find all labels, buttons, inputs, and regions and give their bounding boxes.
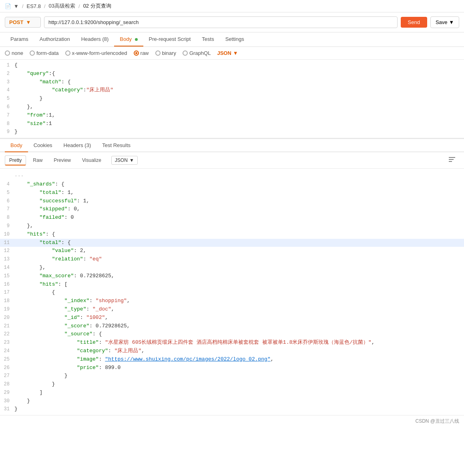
fmt-raw[interactable]: Raw (28, 155, 47, 165)
radio-raw[interactable]: raw (134, 50, 149, 56)
radio-circle-raw (134, 50, 139, 56)
method-label: POST (9, 19, 23, 25)
radio-circle-form-data (30, 50, 35, 56)
resp-line-25: 25 "image": "https://www.shuixing.com/pc… (0, 355, 464, 364)
resp-tab-test-results[interactable]: Test Results (96, 139, 136, 152)
separator: / (44, 3, 46, 9)
resp-line-6: 6 "successful": 1, (0, 197, 464, 206)
radio-circle-x-www (65, 50, 70, 56)
image-link[interactable]: "https://www.shuixing.com/pc/images/2022… (105, 356, 270, 362)
code-line-5: 5 } (0, 95, 464, 103)
tab-body[interactable]: Body (114, 32, 143, 46)
radio-x-www[interactable]: x-www-form-urlencoded (65, 50, 127, 56)
radio-circle-none (5, 50, 10, 56)
path-current[interactable]: 02 分页查询 (83, 2, 111, 10)
resp-line-5: 5 "total": 1, (0, 189, 464, 197)
radio-graphql[interactable]: GraphQL (183, 50, 211, 56)
method-chevron-icon: ▼ (26, 19, 31, 25)
separator: / (22, 3, 24, 9)
tab-params[interactable]: Params (5, 32, 34, 46)
radio-none[interactable]: none (5, 50, 23, 56)
resp-line-28: 28 } (0, 380, 464, 389)
resp-line-15: 15 "max_score": 0.72928625, (0, 272, 464, 280)
json-chevron-icon: ▼ (233, 50, 238, 56)
file-icon: 📄 (5, 3, 11, 9)
body-options: none form-data x-www-form-urlencoded raw… (0, 47, 464, 60)
code-line-9: 9 } (0, 128, 464, 136)
fmt-visualize[interactable]: Visualize (78, 155, 106, 165)
resp-line-19: 19 "_type": "_doc", (0, 305, 464, 314)
tab-headers[interactable]: Headers (8) (76, 32, 114, 46)
resp-line-17: 17 { (0, 288, 464, 297)
send-button[interactable]: Send (401, 17, 427, 28)
resp-line-18: 18 "_index": "shopping", (0, 297, 464, 305)
resp-tab-body[interactable]: Body (5, 139, 28, 152)
resp-tab-headers[interactable]: Headers (3) (58, 139, 97, 152)
resp-line-24: 24 "category": "床上用品", (0, 347, 464, 355)
method-selector[interactable]: POST ▼ (5, 17, 41, 28)
resp-line-30: 30 } (0, 397, 464, 405)
response-code: ... 4 "_shards": { 5 "total": 1, 6 "succ… (0, 169, 464, 415)
save-button[interactable]: Save ▼ (430, 16, 459, 28)
footer: CSDN @丑过三八线 (0, 415, 464, 427)
resp-line-12: 12 "value": 2, (0, 247, 464, 255)
ellipsis-top: ... (0, 170, 464, 180)
tab-authorization[interactable]: Authorization (34, 32, 76, 46)
request-code-editor[interactable]: 1 { 2 "query":{ 3 "match": { 4 "category… (0, 60, 464, 139)
url-input[interactable] (44, 16, 398, 28)
separator: / (78, 3, 80, 9)
json-type-selector[interactable]: JSON ▼ (217, 50, 238, 56)
path-es[interactable]: ES7.8 (27, 3, 41, 9)
resp-line-8: 8 "failed": 0 (0, 214, 464, 222)
code-line-4: 4 "category":"床上用品" (0, 86, 464, 95)
footer-text: CSDN @丑过三八线 (415, 418, 459, 425)
path-advanced[interactable]: 03高级检索 (49, 2, 75, 10)
tab-pre-request[interactable]: Pre-request Script (143, 32, 197, 46)
radio-circle-graphql (183, 50, 188, 56)
resp-line-23: 23 "title": "水星家纺 60S长绒棉贡缎床上四件套 酒店高档纯棉床单… (0, 339, 464, 347)
resp-line-9: 9 }, (0, 222, 464, 230)
resp-line-22: 22 "_source": { (0, 330, 464, 339)
sort-icon[interactable] (445, 155, 459, 166)
response-section: Body Cookies Headers (3) Test Results Pr… (0, 139, 464, 415)
resp-line-7: 7 "skipped": 0, (0, 205, 464, 214)
resp-line-31: 31 } (0, 405, 464, 413)
radio-binary[interactable]: binary (155, 50, 176, 56)
fmt-pretty[interactable]: Pretty (5, 155, 26, 165)
code-line-3: 3 "match": { (0, 78, 464, 87)
resp-line-16: 16 "hits": [ (0, 280, 464, 289)
resp-line-13: 13 "relation": "eq" (0, 255, 464, 264)
tab-settings[interactable]: Settings (220, 32, 250, 46)
resp-line-10: 10 "hits": { (0, 230, 464, 239)
resp-line-21: 21 "_score": 0.72928625, (0, 322, 464, 331)
radio-circle-binary (155, 50, 161, 56)
format-bar: Pretty Raw Preview Visualize JSON ▼ (0, 152, 464, 169)
resp-json-chevron-icon: ▼ (129, 157, 134, 163)
response-json-selector[interactable]: JSON ▼ (111, 156, 138, 165)
response-tabs: Body Cookies Headers (3) Test Results (0, 139, 464, 152)
top-bar: 📄 ▼ / ES7.8 / 03高级检索 / 02 分页查询 (0, 0, 464, 12)
resp-line-20: 20 "_id": "1002", (0, 314, 464, 322)
code-line-1: 1 { (0, 61, 464, 70)
resp-line-14: 14 }, (0, 264, 464, 272)
request-bar: POST ▼ Send Save ▼ (0, 12, 464, 32)
resp-line-4: 4 "_shards": { (0, 180, 464, 189)
request-tabs: Params Authorization Headers (8) Body Pr… (0, 32, 464, 47)
resp-line-27: 27 } (0, 372, 464, 380)
radio-form-data[interactable]: form-data (30, 50, 59, 56)
tab-tests[interactable]: Tests (196, 32, 219, 46)
code-line-2: 2 "query":{ (0, 70, 464, 78)
code-line-6: 6 }, (0, 103, 464, 111)
code-line-8: 8 "size":1 (0, 120, 464, 128)
dropdown-arrow[interactable]: ▼ (14, 3, 19, 9)
resp-line-26: 26 "price": 899.0 (0, 364, 464, 372)
resp-line-29: 29 ] (0, 389, 464, 397)
body-dot (135, 38, 138, 41)
resp-tab-cookies[interactable]: Cookies (28, 139, 58, 152)
code-line-7: 7 "from":1, (0, 111, 464, 120)
resp-line-11: 11 "total": { (0, 239, 464, 247)
fmt-preview[interactable]: Preview (49, 155, 75, 165)
